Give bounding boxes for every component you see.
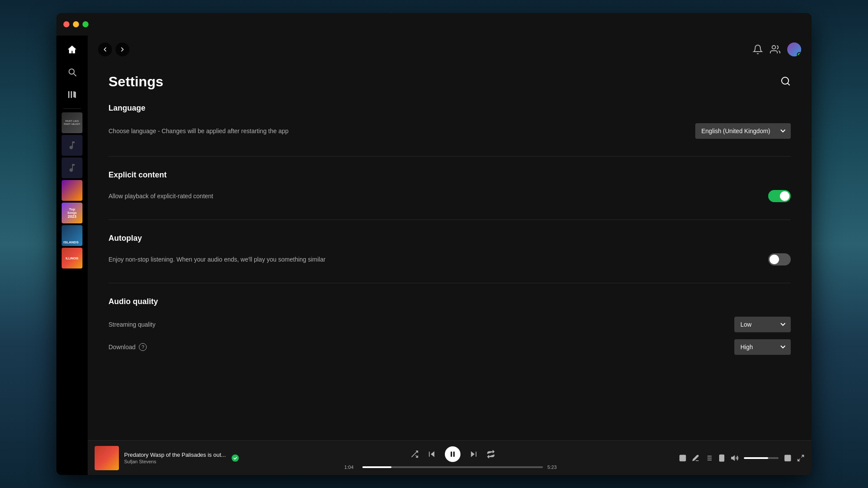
- content-area: Settings Language Choose language - Chan…: [88, 36, 812, 475]
- explicit-toggle-slider: [768, 190, 791, 202]
- download-help-icon[interactable]: ?: [139, 343, 147, 351]
- title-bar: [56, 13, 812, 36]
- svg-rect-1: [71, 91, 72, 98]
- download-quality-dropdown[interactable]: Low Normal High Very high: [734, 339, 791, 355]
- autoplay-description: Enjoy non-stop listening. When your audi…: [108, 256, 326, 263]
- maximize-button[interactable]: [82, 21, 89, 27]
- sidebar-item-album-4[interactable]: [62, 180, 82, 201]
- sidebar-item-album-5[interactable]: Top Songs 2023: [62, 203, 82, 223]
- language-section: Language Choose language - Changes will …: [108, 104, 791, 157]
- progress-bar-container: 1:04 5:23: [344, 465, 561, 470]
- autoplay-toggle-slider: [768, 253, 791, 265]
- nav-buttons-right: [753, 43, 801, 56]
- svg-rect-0: [68, 91, 69, 98]
- svg-rect-12: [680, 455, 686, 461]
- liked-indicator[interactable]: [231, 454, 240, 462]
- svg-marker-10: [471, 451, 474, 457]
- language-section-title: Language: [108, 104, 791, 113]
- svg-rect-9: [454, 452, 455, 457]
- settings-title: Settings: [108, 74, 163, 90]
- volume-button[interactable]: [731, 454, 739, 462]
- player-controls: 1:04 5:23: [247, 446, 659, 470]
- connect-device-button[interactable]: [718, 454, 726, 462]
- player-track-info: Predatory Wasp of the Palisades is out..…: [124, 452, 226, 464]
- repeat-button[interactable]: [487, 450, 495, 459]
- app-window: PART LIES PART HEART: [56, 13, 812, 475]
- svg-marker-22: [732, 455, 735, 460]
- player-track: Predatory Wasp of the Palisades is out..…: [95, 446, 240, 470]
- autoplay-row: Enjoy non-stop listening. When your audi…: [108, 250, 791, 269]
- explicit-description: Allow playback of explicit-rated content: [108, 193, 213, 200]
- sidebar-item-album-6[interactable]: ISLANDS: [62, 225, 82, 246]
- sidebar-divider: [63, 108, 81, 109]
- streaming-quality-label: Streaming quality: [108, 321, 155, 328]
- download-label: Download: [108, 344, 135, 350]
- notifications-button[interactable]: [753, 44, 763, 55]
- fullscreen-button[interactable]: [797, 454, 805, 462]
- settings-header: Settings: [108, 74, 791, 90]
- sidebar-item-album-3[interactable]: [62, 157, 82, 178]
- streaming-quality-dropdown[interactable]: Low Normal High Very high: [734, 317, 791, 332]
- sidebar-item-home[interactable]: [62, 39, 82, 60]
- main-layout: PART LIES PART HEART: [56, 36, 812, 475]
- avatar[interactable]: [787, 43, 801, 56]
- svg-rect-24: [788, 458, 790, 460]
- back-button[interactable]: [98, 43, 112, 56]
- shuffle-button[interactable]: [410, 450, 419, 459]
- explicit-toggle[interactable]: [768, 190, 791, 202]
- explicit-row: Allow playback of explicit-rated content: [108, 187, 791, 206]
- settings-content: Settings Language Choose language - Chan…: [88, 63, 812, 440]
- nav-buttons-left: [98, 43, 129, 56]
- sidebar-item-album-7[interactable]: ILLINOIS: [62, 248, 82, 269]
- player-extra: [666, 454, 805, 462]
- sidebar-item-album-2[interactable]: [62, 135, 82, 156]
- settings-search-button[interactable]: [780, 76, 791, 88]
- forward-button[interactable]: [115, 43, 129, 56]
- progress-fill: [362, 466, 391, 468]
- minimize-button[interactable]: [73, 21, 79, 27]
- explicit-content-section: Explicit content Allow playback of expli…: [108, 170, 791, 220]
- track-artist: Sufjan Stevens: [124, 459, 226, 464]
- top-nav: [88, 36, 812, 63]
- audio-quality-section: Audio quality Streaming quality Low Norm…: [108, 297, 791, 372]
- player-buttons: [410, 446, 495, 462]
- sidebar: PART LIES PART HEART: [56, 36, 88, 475]
- streaming-quality-row: Streaming quality Low Normal High Very h…: [108, 313, 791, 336]
- language-row: Choose language - Changes will be applie…: [108, 120, 791, 142]
- language-description: Choose language - Changes will be applie…: [108, 128, 289, 134]
- close-button[interactable]: [63, 21, 69, 27]
- queue-button[interactable]: [705, 454, 713, 462]
- time-current: 1:04: [344, 465, 358, 470]
- player-album-art: [95, 446, 119, 470]
- volume-bar[interactable]: [744, 457, 779, 459]
- svg-marker-6: [431, 451, 434, 457]
- autoplay-section-title: Autoplay: [108, 234, 791, 243]
- play-pause-button[interactable]: [445, 446, 460, 462]
- time-total: 5:23: [547, 465, 561, 470]
- now-playing-view-button[interactable]: [679, 454, 687, 462]
- track-name: Predatory Wasp of the Palisades is out..…: [124, 452, 226, 458]
- audio-quality-section-title: Audio quality: [108, 297, 791, 306]
- download-quality-row: Download ? Low Normal High Very high: [108, 336, 791, 358]
- avatar-badge: [797, 52, 801, 56]
- sidebar-item-library[interactable]: [62, 84, 82, 105]
- autoplay-toggle[interactable]: [768, 253, 791, 265]
- friends-button[interactable]: [770, 44, 780, 55]
- sidebar-item-album-1[interactable]: PART LIES PART HEART: [62, 112, 82, 133]
- svg-point-3: [232, 454, 239, 462]
- sidebar-item-search[interactable]: [62, 62, 82, 82]
- lyrics-button[interactable]: [692, 454, 700, 462]
- explicit-section-title: Explicit content: [108, 170, 791, 180]
- download-label-container: Download ?: [108, 343, 147, 351]
- autoplay-section: Autoplay Enjoy non-stop listening. When …: [108, 234, 791, 283]
- volume-fill: [744, 457, 768, 459]
- language-dropdown[interactable]: English (United Kingdom) English (United…: [695, 123, 791, 139]
- svg-rect-8: [451, 452, 452, 457]
- progress-track[interactable]: [362, 466, 543, 468]
- miniplayer-button[interactable]: [784, 454, 792, 462]
- prev-button[interactable]: [427, 450, 436, 459]
- next-button[interactable]: [469, 450, 478, 459]
- player-bar: Predatory Wasp of the Palisades is out..…: [88, 440, 812, 475]
- traffic-lights: [63, 21, 89, 27]
